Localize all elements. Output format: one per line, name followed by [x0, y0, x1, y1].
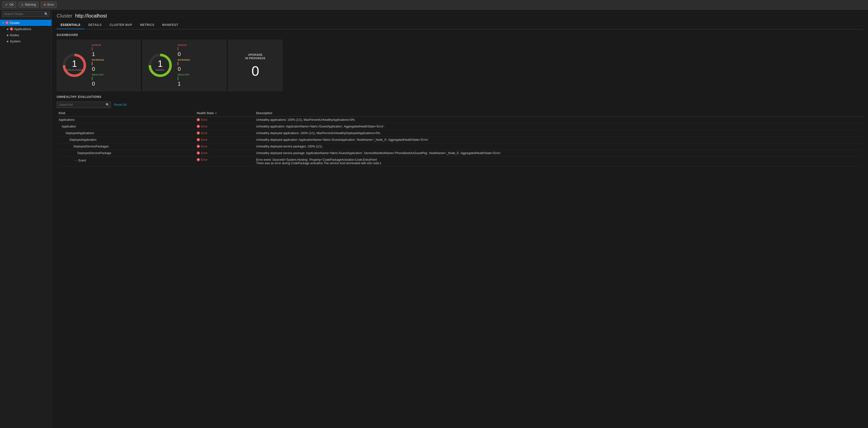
sidebar-item-applications[interactable]: ▶ Applications [0, 26, 52, 32]
table-row: DeployedApplications ErrorUnhealthy depl… [57, 130, 863, 136]
health-badge: Error [197, 125, 252, 128]
reset-all-button[interactable]: Reset All [114, 103, 126, 106]
description-cell: Unhealthy deployed applications: 100% (1… [254, 130, 863, 136]
sidebar-applications-label: Applications [14, 27, 31, 31]
cluster-error-icon [5, 21, 9, 24]
applications-card: 1 APPLICATIONS ERROR 1 WARNING [57, 40, 141, 91]
health-state-cell: Error [195, 123, 254, 130]
dashboard-title: DASHBOARD [57, 33, 863, 37]
ok-button[interactable]: ✔ OK [2, 1, 16, 8]
kind-cell: →Event [57, 156, 195, 166]
nodes-card: 1 NODES ERROR 0 WARNING 0 [143, 40, 226, 91]
filter-icon[interactable]: ▼ [215, 112, 217, 115]
unhealthy-evaluations-section: UNHEALTHY EVALUATIONS 🔍 Reset All Kind H… [52, 95, 868, 172]
sidebar-item-nodes[interactable]: ▶ Nodes [0, 32, 52, 38]
tab-cluster-map[interactable]: CLUSTER MAP [105, 21, 136, 29]
description-cell: Unhealthy deployed service packages: 100… [254, 143, 863, 150]
dashboard-cards: 1 APPLICATIONS ERROR 1 WARNING [57, 40, 863, 91]
tab-bar: ESSENTIALS DETAILS CLUSTER MAP METRICS M… [57, 21, 863, 29]
applications-donut: 1 APPLICATIONS [61, 52, 88, 79]
page-header: Cluster http://localhost ESSENTIALS DETA… [52, 10, 868, 29]
error-button[interactable]: ✖ Error [41, 1, 57, 8]
health-badge: Error [197, 131, 252, 135]
ok-label: OK [9, 3, 13, 6]
app-warning-value: 0 [92, 66, 104, 72]
health-state-cell: Error [195, 150, 254, 156]
health-badge: Error [197, 151, 252, 155]
warning-icon: ⚠ [21, 3, 24, 6]
error-circle-icon [197, 125, 200, 128]
node-error-value: 0 [178, 51, 190, 57]
app-warning-stat: WARNING 0 [92, 59, 104, 72]
eval-search-input[interactable] [57, 101, 111, 108]
health-badge: Error [197, 145, 252, 148]
tab-details[interactable]: DETAILS [84, 21, 105, 29]
error-circle-icon [197, 118, 200, 121]
sidebar-cluster-label: Cluster [10, 21, 20, 25]
sidebar-system-label: System [10, 39, 21, 43]
tab-manifest[interactable]: MANIFEST [158, 21, 182, 29]
content-area: Cluster http://localhost ESSENTIALS DETA… [52, 10, 868, 428]
tab-essentials[interactable]: ESSENTIALS [57, 21, 84, 29]
applications-label: APPLICATIONS [66, 69, 83, 71]
description-cell: Unhealthy application: ApplicationName='… [254, 123, 863, 130]
sidebar-tree: ▼ Cluster ▶ Applications ▶ Nodes ▶ Syste… [0, 19, 52, 428]
app-healthy-stat: HEALTHY 0 [92, 73, 104, 87]
sidebar-nodes-label: Nodes [10, 33, 19, 37]
eval-search-icon: 🔍 [106, 103, 110, 106]
node-error-stat: ERROR 0 [178, 44, 190, 57]
upgrade-value: 0 [251, 64, 259, 78]
health-state-cell: Error [195, 116, 254, 123]
search-input[interactable] [2, 11, 50, 17]
table-row: DeployedServicePackage ErrorUnhealthy de… [57, 150, 863, 156]
chevron-right-icon: ▶ [7, 28, 9, 30]
error-circle-icon [197, 145, 200, 148]
applications-donut-center: 1 APPLICATIONS [66, 59, 83, 71]
node-healthy-value: 1 [178, 81, 190, 87]
dashboard-section: DASHBOARD 1 APPLICATIONS [52, 29, 868, 95]
kind-cell: Application [57, 123, 195, 130]
node-warning-value: 0 [178, 66, 190, 72]
description-cell: Unhealthy deployed application: Applicat… [254, 136, 863, 143]
health-badge: Error [197, 118, 252, 122]
health-state-cell: Error [195, 130, 254, 136]
nodes-donut: 1 NODES [147, 52, 174, 79]
sidebar: 🔍 ▼ Cluster ▶ Applications ▶ Nodes [0, 10, 52, 428]
health-state-cell: Error [195, 143, 254, 150]
chevron-right-icon-nodes: ▶ [7, 34, 9, 36]
top-bar: ✔ OK ⚠ Warning ✖ Error [0, 0, 868, 10]
node-error-label: ERROR [178, 44, 190, 47]
tab-metrics[interactable]: METRICS [136, 21, 158, 29]
applications-error-icon [10, 27, 13, 31]
nodes-stats: ERROR 0 WARNING 0 HEALTHY 1 [178, 44, 190, 87]
col-health-state: Health State ▼ [195, 110, 254, 117]
search-icon: 🔍 [44, 12, 48, 16]
ok-icon: ✔ [5, 3, 8, 7]
warning-button[interactable]: ⚠ Warning [18, 2, 38, 8]
node-warning-stat: WARNING 0 [178, 59, 190, 72]
sidebar-item-system[interactable]: ▶ System [0, 38, 52, 44]
red-arrow-icon: → [73, 158, 78, 162]
app-error-label: ERROR [92, 44, 104, 47]
nodes-donut-center: 1 NODES [156, 59, 165, 71]
warning-label: Warning [25, 3, 36, 6]
nodes-count: 1 [156, 59, 165, 68]
app-healthy-label: HEALTHY [92, 73, 104, 76]
health-state-cell: Error [195, 136, 254, 143]
error-icon: ✖ [43, 3, 46, 7]
chevron-right-icon-system: ▶ [7, 40, 9, 43]
error-circle-icon [197, 158, 200, 161]
app-error-stat: ERROR 1 [92, 44, 104, 57]
eval-section-title: UNHEALTHY EVALUATIONS [57, 95, 863, 99]
upgrade-title: UPGRADE IN PROGRESS [245, 53, 266, 60]
description-cell: Unhealthy deployed service package: Appl… [254, 150, 863, 156]
app-warning-label: WARNING [92, 59, 104, 61]
title-url: http://localhost [75, 13, 107, 19]
app-healthy-value: 0 [92, 81, 104, 87]
health-state-cell: Error [195, 156, 254, 166]
kind-cell: DeployedApplication [57, 136, 195, 143]
node-healthy-label: HEALTHY [178, 73, 190, 76]
chevron-down-icon: ▼ [2, 22, 4, 24]
sidebar-item-cluster[interactable]: ▼ Cluster [0, 20, 52, 26]
kind-cell: Applications [57, 116, 195, 123]
